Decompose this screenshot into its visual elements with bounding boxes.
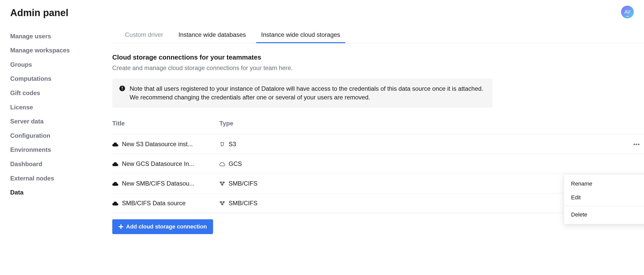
cloud-outline-icon bbox=[219, 161, 225, 167]
sidebar-item-server-data[interactable]: Server data bbox=[10, 114, 112, 129]
menu-item-delete[interactable]: Delete bbox=[564, 208, 644, 222]
notice-text: Note that all users registered to your i… bbox=[130, 84, 485, 102]
row-title: SMB/CIFS Data source bbox=[122, 200, 185, 207]
avatar[interactable]: AV bbox=[621, 6, 634, 18]
tab-instance-databases[interactable]: Instance wide databases bbox=[178, 29, 246, 43]
row-type: SMB/CIFS bbox=[229, 180, 257, 187]
sidebar-item-gift-codes[interactable]: Gift codes bbox=[10, 86, 112, 100]
svg-rect-1 bbox=[223, 182, 225, 183]
notice-banner: Note that all users registered to your i… bbox=[112, 79, 492, 108]
network-drive-icon bbox=[219, 200, 225, 206]
menu-separator bbox=[564, 206, 644, 206]
bucket-icon bbox=[219, 141, 225, 147]
column-header-title: Title bbox=[112, 120, 219, 127]
add-cloud-storage-button[interactable]: Add cloud storage connection bbox=[112, 219, 213, 234]
cloud-icon bbox=[112, 201, 118, 206]
svg-rect-4 bbox=[223, 201, 225, 203]
svg-rect-2 bbox=[221, 184, 223, 186]
menu-item-edit[interactable]: Edit bbox=[564, 191, 644, 204]
context-menu: Rename Edit Delete bbox=[564, 174, 644, 224]
table-row[interactable]: New GCS Datasource In... GCS bbox=[112, 154, 644, 174]
sidebar-item-groups[interactable]: Groups bbox=[10, 58, 112, 72]
info-icon bbox=[119, 86, 125, 91]
sidebar-item-manage-workspaces[interactable]: Manage workspaces bbox=[10, 43, 112, 58]
svg-rect-0 bbox=[220, 182, 222, 183]
page-title: Admin panel bbox=[10, 7, 68, 19]
row-type: GCS bbox=[229, 160, 242, 167]
sidebar: Manage users Manage workspaces Groups Co… bbox=[0, 29, 112, 234]
sidebar-item-dashboard[interactable]: Dashboard bbox=[10, 157, 112, 171]
plus-icon bbox=[118, 224, 123, 229]
sidebar-item-computations[interactable]: Computations bbox=[10, 72, 112, 86]
sidebar-item-environments[interactable]: Environments bbox=[10, 143, 112, 157]
sidebar-item-manage-users[interactable]: Manage users bbox=[10, 29, 112, 43]
sidebar-item-data[interactable]: Data bbox=[10, 185, 112, 200]
sidebar-item-external-nodes[interactable]: External nodes bbox=[10, 171, 112, 186]
more-actions-icon[interactable]: ••• bbox=[633, 141, 640, 147]
section-title: Cloud storage connections for your teamm… bbox=[112, 53, 644, 61]
avatar-initials: AV bbox=[624, 9, 630, 15]
tabs: Custom driver Instance wide databases In… bbox=[112, 29, 644, 43]
table-row[interactable]: New S3 Datasource inst... S3 ••• bbox=[112, 134, 644, 154]
network-drive-icon bbox=[219, 181, 225, 186]
cloud-icon bbox=[112, 181, 118, 186]
row-type: S3 bbox=[229, 141, 236, 148]
row-title: New SMB/CIFS Datasou... bbox=[122, 180, 194, 187]
menu-item-rename[interactable]: Rename bbox=[564, 177, 644, 191]
row-title: New S3 Datasource inst... bbox=[122, 141, 193, 148]
tab-custom-driver[interactable]: Custom driver bbox=[125, 29, 163, 43]
column-header-type: Type bbox=[219, 120, 629, 127]
cloud-icon bbox=[112, 142, 118, 147]
add-button-label: Add cloud storage connection bbox=[126, 223, 207, 230]
row-title: New GCS Datasource In... bbox=[122, 160, 194, 167]
tab-instance-cloud-storages[interactable]: Instance wide cloud storages bbox=[261, 29, 340, 43]
sidebar-item-configuration[interactable]: Configuration bbox=[10, 129, 112, 143]
cloud-icon bbox=[112, 161, 118, 166]
svg-rect-3 bbox=[220, 201, 222, 203]
section-description: Create and manage cloud storage connecti… bbox=[112, 64, 644, 72]
sidebar-item-license[interactable]: License bbox=[10, 100, 112, 114]
svg-rect-5 bbox=[221, 204, 223, 205]
row-type: SMB/CIFS bbox=[229, 200, 257, 207]
